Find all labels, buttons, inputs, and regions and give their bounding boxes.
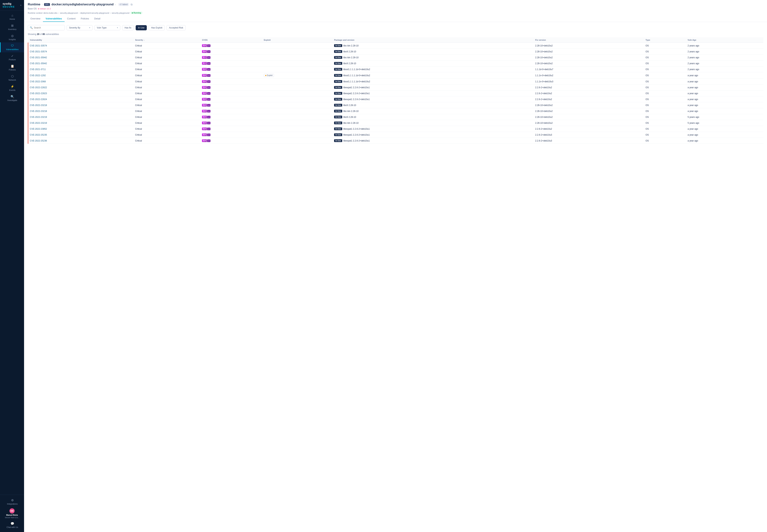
- table-row[interactable]: CVE-2021-33574 Critical 9.8 v3 In Use li…: [28, 49, 763, 55]
- tab-policies[interactable]: Policies: [78, 16, 92, 22]
- type-cell: OS: [644, 79, 686, 85]
- table-row[interactable]: CVE-2021-3711 Critical 9.8 v3 In Use lib…: [28, 66, 763, 72]
- age-cell: a year ago: [686, 96, 763, 102]
- sidebar-item-integrations[interactable]: ⚙ Integrations: [0, 497, 24, 507]
- cve-id[interactable]: CVE-2022-23218: [28, 102, 133, 108]
- table-row[interactable]: CVE-2021-33574 Critical 9.8 v3 In Use li…: [28, 43, 763, 49]
- table-row[interactable]: CVE-2022-25235 Critical 9.8 v3 In Use li…: [28, 132, 763, 138]
- cve-link[interactable]: CVE-2021-33574: [30, 50, 47, 53]
- table-row[interactable]: CVE-2022-2068 Critical 9.8 v3 In Use lib…: [28, 79, 763, 85]
- exploit-button[interactable]: Exploit: [264, 74, 274, 77]
- cve-link[interactable]: CVE-2022-25235: [30, 134, 47, 136]
- cve-link[interactable]: CVE-2021-35942: [30, 56, 47, 59]
- sidebar-item-events[interactable]: ⚡ Events: [0, 83, 24, 93]
- col-type[interactable]: Type: [644, 37, 686, 43]
- sidebar-item-investigate[interactable]: 🔍 Investigate: [0, 93, 24, 103]
- cve-id[interactable]: CVE-2022-1292: [28, 72, 133, 79]
- col-vulnerability[interactable]: Vulnerability: [28, 37, 133, 43]
- severity-cell: Critical: [133, 102, 200, 108]
- in-use-button[interactable]: In Use: [136, 25, 147, 30]
- sidebar-item-posture[interactable]: ✓ Posture: [0, 52, 24, 63]
- table-row[interactable]: CVE-2022-23218 Critical 9.8 v3 In Use li…: [28, 102, 763, 108]
- accepted-risk-button[interactable]: Accepted Risk: [167, 25, 186, 30]
- cve-id[interactable]: CVE-2022-23852: [28, 126, 133, 132]
- package-cell: In Use libssl1.1 1.1.1d-0+deb10u2: [332, 79, 533, 85]
- cve-link[interactable]: CVE-2022-22822: [30, 86, 47, 89]
- context-sep3: ›: [110, 12, 111, 14]
- type-cell: OS: [644, 108, 686, 114]
- table-row[interactable]: CVE-2022-22824 Critical 9.8 v3 In Use li…: [28, 96, 763, 102]
- cve-id[interactable]: CVE-2021-33574: [28, 49, 133, 55]
- fix-version-cell: 2.2.6-2+deb10u3: [533, 138, 644, 144]
- sidebar-item-network[interactable]: ⬡ Network: [0, 73, 24, 83]
- cve-id[interactable]: CVE-2022-2068: [28, 79, 133, 85]
- sidebar-item-vulnerabilities[interactable]: 🛡 Vulnerabilities: [0, 42, 24, 52]
- sidebar-item-policies[interactable]: 📋 Policies: [0, 63, 24, 73]
- chat-with-us-button[interactable]: 💬 Chat with Us: [0, 520, 24, 530]
- cve-link[interactable]: CVE-2021-35942: [30, 62, 47, 65]
- cve-id[interactable]: CVE-2022-25236: [28, 138, 133, 144]
- cve-id[interactable]: CVE-2021-35942: [28, 55, 133, 60]
- cve-link[interactable]: CVE-2022-23219: [30, 122, 47, 124]
- table-row[interactable]: CVE-2022-1292 Critical 9.8 v3 Exploit In…: [28, 72, 763, 79]
- cve-id[interactable]: CVE-2022-23219: [28, 120, 133, 126]
- tab-content[interactable]: Content: [65, 16, 78, 22]
- cve-link[interactable]: CVE-2022-23852: [30, 128, 47, 130]
- cve-link[interactable]: CVE-2022-23218: [30, 110, 47, 112]
- user-profile[interactable]: MB Manuel Boira Secure Team (Ca...: [0, 507, 24, 520]
- cve-link[interactable]: CVE-2022-22823: [30, 92, 47, 95]
- col-severity[interactable]: Severity ↓: [133, 37, 200, 43]
- col-package-version[interactable]: Package and version: [332, 37, 533, 43]
- cve-link[interactable]: CVE-2022-1292: [30, 74, 46, 77]
- search-input[interactable]: [34, 26, 63, 29]
- tab-detail[interactable]: Detail: [92, 16, 103, 22]
- cvss-cell: 9.8 v3: [200, 43, 262, 49]
- sidebar-item-label: Insights: [9, 38, 16, 41]
- table-row[interactable]: CVE-2022-23852 Critical 9.8 v3 In Use li…: [28, 126, 763, 132]
- cve-id[interactable]: CVE-2022-22823: [28, 90, 133, 96]
- cve-id[interactable]: CVE-2021-33574: [28, 43, 133, 49]
- copy-button[interactable]: ⧉: [131, 3, 132, 6]
- cve-id[interactable]: CVE-2021-35942: [28, 60, 133, 66]
- vuln-type-dropdown[interactable]: Vuln Type ▾: [94, 25, 120, 30]
- cve-id[interactable]: CVE-2022-22822: [28, 85, 133, 90]
- table-row[interactable]: CVE-2022-23219 Critical 9.8 v3 In Use li…: [28, 114, 763, 120]
- has-fix-button[interactable]: Has fix: [122, 25, 134, 30]
- table-row[interactable]: CVE-2022-22822 Critical 9.8 v3 In Use li…: [28, 85, 763, 90]
- cve-id[interactable]: CVE-2022-23219: [28, 114, 133, 120]
- cve-link[interactable]: CVE-2022-23218: [30, 104, 47, 107]
- package-cell: In Use libexpat1 2.2.6-2+deb10u1: [332, 138, 533, 144]
- col-exploit[interactable]: Exploit: [262, 37, 332, 43]
- in-use-badge: In Use: [334, 44, 342, 47]
- cve-link[interactable]: CVE-2021-33574: [30, 44, 47, 47]
- cve-link[interactable]: CVE-2022-25236: [30, 139, 47, 142]
- tab-vulnerabilities[interactable]: Vulnerabilities: [43, 16, 64, 22]
- has-exploit-button[interactable]: Has Exploit: [149, 25, 165, 30]
- col-vuln-age[interactable]: Vuln Age: [686, 37, 763, 43]
- tag-badge: 🏷 latest: [118, 3, 129, 6]
- logo-text: sysdig: [3, 2, 15, 5]
- table-row[interactable]: CVE-2022-22823 Critical 9.8 v3 In Use li…: [28, 90, 763, 96]
- col-fix-version[interactable]: Fix version: [533, 37, 644, 43]
- cve-id[interactable]: CVE-2021-3711: [28, 66, 133, 72]
- sidebar-collapse-button[interactable]: «: [20, 4, 21, 6]
- col-cvss[interactable]: CVSS: [200, 37, 262, 43]
- cve-link[interactable]: CVE-2022-23219: [30, 116, 47, 118]
- cve-link[interactable]: CVE-2021-3711: [30, 68, 46, 71]
- cve-link[interactable]: CVE-2022-22824: [30, 98, 47, 101]
- cve-id[interactable]: CVE-2022-22824: [28, 96, 133, 102]
- table-row[interactable]: CVE-2021-35942 Critical 9.1 v3 In Use li…: [28, 60, 763, 66]
- sidebar-item-insights[interactable]: ◎ Insights: [0, 32, 24, 42]
- table-row[interactable]: CVE-2022-23218 Critical 9.8 v3 In Use li…: [28, 108, 763, 114]
- cve-id[interactable]: CVE-2022-25235: [28, 132, 133, 138]
- tab-overview[interactable]: Overview: [28, 16, 43, 22]
- sidebar-item-inventory[interactable]: ⊞ Inventory: [0, 22, 24, 32]
- severity-by-dropdown[interactable]: Severity By ▾: [67, 25, 93, 30]
- table-row[interactable]: CVE-2021-35942 Critical 9.1 v3 In Use li…: [28, 55, 763, 60]
- table-row[interactable]: CVE-2022-23219 Critical 9.8 v3 In Use li…: [28, 120, 763, 126]
- cve-id[interactable]: CVE-2022-23218: [28, 108, 133, 114]
- search-box[interactable]: 🔍: [28, 25, 65, 30]
- sidebar-item-home[interactable]: ⌂ Home: [0, 12, 24, 22]
- table-row[interactable]: CVE-2022-25236 Critical 9.8 v3 In Use li…: [28, 138, 763, 144]
- cve-link[interactable]: CVE-2022-2068: [30, 80, 46, 83]
